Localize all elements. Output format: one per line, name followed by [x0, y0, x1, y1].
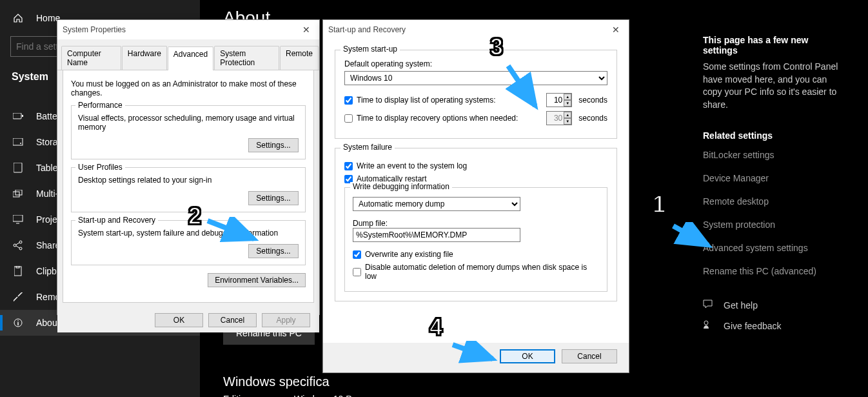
remote-icon: [12, 292, 25, 301]
default-os-select[interactable]: Windows 10: [344, 71, 607, 85]
tab-computer-name[interactable]: Computer Name: [61, 46, 121, 70]
performance-desc: Visual effects, processor scheduling, me…: [78, 114, 299, 132]
svg-rect-7: [13, 215, 23, 221]
multitask-icon: [12, 190, 25, 198]
project-icon: [12, 215, 25, 224]
startup-recovery-dialog: Start-up and Recovery ✕ System start-up …: [322, 19, 629, 373]
dialog-titlebar[interactable]: Start-up and Recovery ✕: [323, 20, 629, 39]
annotation-arrow-3: [504, 62, 543, 114]
annotation-arrow-1: [669, 222, 715, 250]
link-advanced-system-settings[interactable]: Advanced system settings: [703, 243, 845, 253]
apply-button[interactable]: Apply: [262, 313, 310, 327]
dialog-body: System start-up Default operating system…: [323, 39, 629, 343]
dialog-body: You must be logged on as an Administrato…: [63, 70, 314, 303]
svg-rect-5: [13, 192, 19, 197]
system-startup-section: System start-up Default operating system…: [335, 50, 617, 139]
dialog-titlebar[interactable]: System Properties ✕: [57, 20, 319, 39]
link-rename-pc-advanced[interactable]: Rename this PC (advanced): [703, 266, 845, 276]
dialog-title: Start-up and Recovery: [328, 25, 406, 34]
svg-rect-2: [13, 138, 23, 145]
time-list-text: Time to display list of operating system…: [357, 96, 496, 105]
close-icon[interactable]: ✕: [608, 25, 624, 35]
sidebar-label: About: [36, 318, 60, 328]
dialog-footer: OK Cancel Apply: [57, 308, 319, 332]
overwrite-text: Overwrite any existing file: [365, 250, 453, 259]
profiles-title: User Profiles: [75, 163, 125, 172]
write-event-label[interactable]: Write an event to the system log: [344, 161, 467, 170]
system-failure-title: System failure: [340, 143, 395, 152]
time-recovery-checkbox-label[interactable]: Time to display recovery options when ne…: [344, 114, 518, 123]
link-system-protection[interactable]: System protection: [703, 219, 845, 230]
performance-title: Performance: [75, 101, 125, 110]
tablet-icon: [12, 163, 25, 173]
svg-point-14: [17, 320, 19, 321]
svg-rect-0: [13, 113, 21, 119]
seconds-label: seconds: [578, 114, 607, 123]
performance-settings-button[interactable]: Settings...: [248, 138, 299, 152]
svg-point-15: [704, 321, 708, 325]
startup-title: Start-up and Recovery: [75, 216, 158, 225]
shared-icon: [12, 240, 25, 250]
time-recovery-text: Time to display recovery options when ne…: [357, 114, 518, 123]
svg-point-3: [20, 143, 21, 144]
annotation-arrow-2: [204, 217, 262, 245]
write-event-checkbox[interactable]: [344, 162, 353, 170]
get-help-label: Get help: [724, 300, 758, 310]
spinner-buttons: ▲▼: [564, 112, 571, 125]
cancel-button[interactable]: Cancel: [208, 313, 257, 327]
get-help-link[interactable]: Get help: [703, 300, 845, 310]
profiles-settings-button[interactable]: Settings...: [248, 191, 299, 205]
annotation-arrow-4: [449, 341, 500, 367]
link-device-manager[interactable]: Device Manager: [703, 173, 845, 183]
disable-auto-text: Disable automatic deletion of memory dum…: [365, 263, 599, 281]
edition-value: Windows 10 Pro: [294, 394, 360, 397]
svg-point-8: [14, 244, 16, 247]
link-remote-desktop[interactable]: Remote desktop: [703, 196, 845, 207]
startup-settings-button[interactable]: Settings...: [248, 244, 299, 258]
disable-auto-label[interactable]: Disable automatic deletion of memory dum…: [353, 263, 599, 281]
annotation-number-1: 1: [653, 191, 666, 218]
ok-button[interactable]: OK: [155, 313, 203, 327]
admin-hint: You must be logged on as an Administrato…: [71, 79, 306, 97]
battery-icon: [12, 113, 25, 119]
time-recovery-checkbox[interactable]: [344, 114, 353, 123]
close-icon[interactable]: ✕: [299, 25, 314, 35]
about-icon: [12, 318, 25, 327]
debug-title: Write debugging information: [350, 182, 452, 191]
dump-file-input[interactable]: [353, 228, 520, 242]
svg-point-10: [19, 247, 22, 250]
right-text: Some settings from Control Panel have mo…: [703, 61, 845, 111]
right-column: This page has a few new settings Some se…: [703, 35, 845, 341]
ok-button[interactable]: OK: [500, 349, 555, 363]
sidebar-label: Multi-: [36, 188, 58, 199]
give-feedback-link[interactable]: Give feedback: [703, 320, 845, 332]
svg-rect-1: [22, 115, 23, 117]
overwrite-label[interactable]: Overwrite any existing file: [353, 250, 453, 259]
debug-type-select[interactable]: Automatic memory dump: [353, 197, 520, 211]
seconds-label: seconds: [578, 96, 607, 105]
edition-label: Edition: [223, 394, 294, 397]
cancel-button[interactable]: Cancel: [562, 349, 617, 363]
debug-subsection: Write debugging information Automatic me…: [344, 187, 607, 292]
environment-variables-button[interactable]: Environment Variables...: [208, 273, 306, 287]
tab-hardware[interactable]: Hardware: [122, 46, 167, 70]
link-bitlocker[interactable]: BitLocker settings: [703, 150, 845, 160]
right-heading: This page has a few new settings: [703, 35, 845, 56]
system-failure-section: System failure Write an event to the sys…: [335, 148, 617, 301]
overwrite-checkbox[interactable]: [353, 250, 361, 259]
write-event-text: Write an event to the system log: [357, 161, 467, 170]
system-properties-dialog: System Properties ✕ Computer Name Hardwa…: [57, 19, 320, 315]
disable-auto-checkbox[interactable]: [353, 268, 361, 276]
storage-icon: [12, 138, 25, 146]
tab-strip: Computer Name Hardware Advanced System P…: [57, 39, 319, 70]
annotation-number-2: 2: [188, 203, 201, 230]
annotation-number-4: 4: [429, 314, 442, 341]
tab-system-protection[interactable]: System Protection: [214, 46, 279, 70]
time-list-checkbox[interactable]: [344, 96, 353, 105]
startup-desc: System start-up, system failure and debu…: [78, 229, 299, 238]
tab-remote[interactable]: Remote: [280, 46, 319, 70]
svg-point-9: [19, 241, 22, 243]
tab-advanced[interactable]: Advanced: [168, 46, 213, 70]
time-list-checkbox-label[interactable]: Time to display list of operating system…: [344, 96, 496, 105]
spinner-buttons[interactable]: ▲▼: [564, 94, 571, 107]
